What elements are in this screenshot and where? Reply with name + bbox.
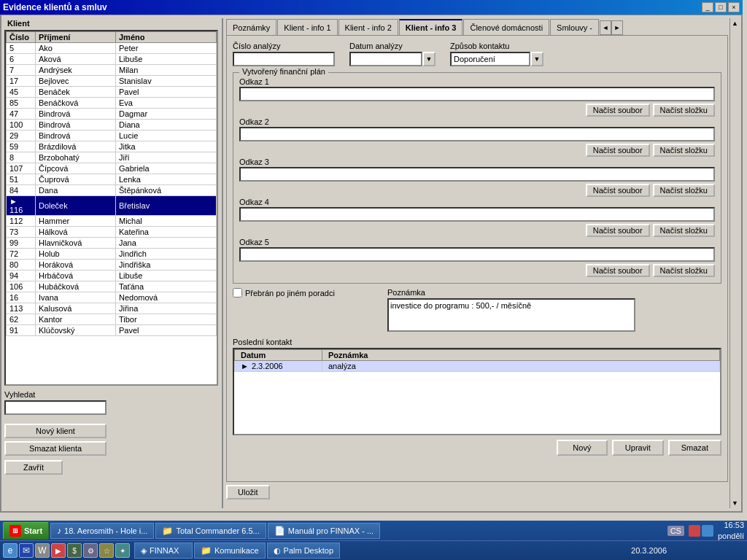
poznamka-textarea[interactable]: investice do programu : 500,- / měsíčně [387,298,635,332]
tab-scroll-right[interactable]: ► [611,20,623,35]
tab-scroll-left[interactable]: ◄ [600,20,611,35]
datum-analyzy-label: Datum analýzy [349,42,436,50]
odkaz-2-input[interactable] [239,127,715,141]
posledni-kontakt-label: Poslední kontakt [233,338,721,346]
ulozit-button[interactable]: Uložit [226,485,270,499]
taskbar-item-manual[interactable]: 📄 Manuál pro FINNAX - ... [268,523,380,539]
app-icon-5[interactable]: ✦ [115,543,130,558]
tab-klient-info3[interactable]: Klient - info 3 [399,19,463,35]
minimize-button[interactable]: _ [702,2,713,12]
contact-table-wrap[interactable]: Datum Poznámka ►2.3.2006 analýza [233,348,721,435]
palm-icon: ◐ [274,546,281,556]
table-row[interactable]: 85 Benáčková Eva [7,98,217,109]
right-scrollbar[interactable]: ▲ ▼ [729,18,740,508]
table-row[interactable]: 8 Brzobohatý Jiří [7,152,217,163]
odkaz-2-label: Odkaz 2 [239,117,715,126]
row-indicator: ► [241,362,249,370]
odkaz-1-label: Odkaz 1 [239,77,715,86]
start-label: Start [24,526,42,535]
maximize-button[interactable]: □ [715,2,727,12]
taskbar-bottom-palm[interactable]: ◐ Palm Desktop [267,542,340,559]
nacist-soubor-3-button[interactable]: Načíst soubor [586,144,650,157]
ie-icon[interactable]: e [3,543,18,558]
odkaz-5-input[interactable] [239,247,715,262]
start-button[interactable]: ⊞ Start [3,522,49,540]
app-icon-3[interactable]: ⚙ [83,543,98,558]
table-row[interactable]: 5 Ako Peter [7,43,217,54]
outlook-icon[interactable]: ✉ [19,543,34,558]
table-row[interactable]: 47 Bindrová Dagmar [7,109,217,120]
odkaz-3-section: Načíst soubor Načíst složku Odkaz 3 [239,144,715,182]
cislo-analyzy-input[interactable] [233,52,335,66]
datum-analyzy-dropdown[interactable]: ▼ [422,52,436,66]
table-row[interactable]: 16 Ivana Nedomová [7,292,217,303]
contact-row[interactable]: ►2.3.2006 analýza [235,361,720,372]
table-row[interactable]: 99 Hlavničková Jana [7,238,217,249]
tab-smlouvy[interactable]: Smlouvy - [550,19,599,35]
zpusob-kontaktu-dropdown[interactable]: ▼ [530,52,543,66]
novy-button[interactable]: Nový [557,440,608,456]
nacist-slozku-2-button[interactable]: Načíst složku [653,104,715,117]
odkaz-1-input[interactable] [239,87,715,101]
table-row[interactable]: 91 Klúčovský Pavel [7,325,217,336]
table-row[interactable]: 45 Benáček Pavel [7,87,217,98]
tab-clenove[interactable]: Členové domácnosti [463,19,549,35]
table-row[interactable]: 100 Bindrová Diana [7,120,217,131]
delete-client-button[interactable]: Smazat klienta [4,441,107,456]
nacist-slozku-4-button[interactable]: Načíst složku [653,184,715,197]
nacist-slozku-last-button[interactable]: Načíst složku [653,264,715,277]
table-row[interactable]: 73 Hálková Kateřina [7,227,217,238]
scroll-down-arrow[interactable]: ▼ [732,499,738,507]
table-row[interactable]: 29 Bindrová Lucie [7,131,217,141]
odkaz-3-input[interactable] [239,167,715,182]
table-row[interactable]: 59 Brázdilová Jitka [7,141,217,152]
table-row[interactable]: 7 Andrýsek Milan [7,65,217,76]
table-row[interactable]: 17 Bejlovec Stanislav [7,76,217,87]
app-icon-1[interactable]: ▶ [51,543,66,558]
table-row[interactable]: ► 116 Doleček Břetislav [7,196,217,216]
nacist-slozku-5-button[interactable]: Načíst složku [653,224,715,237]
new-client-button[interactable]: Nový klient [4,424,107,438]
table-row[interactable]: 112 Hammer Michal [7,216,217,227]
table-row[interactable]: 51 Čuprová Lenka [7,174,217,185]
table-row[interactable]: 107 Čípcová Gabriela [7,163,217,174]
close-button[interactable]: × [728,2,740,12]
taskbar-item-totalcmd[interactable]: 📁 Total Commander 6.5... [155,523,266,539]
nacist-slozku-3-button[interactable]: Načíst složku [653,144,715,157]
table-row[interactable]: 94 Hrbáčová Libuše [7,271,217,281]
table-row[interactable]: 62 Kantor Tibor [7,314,217,325]
nacist-soubor-2-button[interactable]: Načíst soubor [586,104,650,117]
datum-analyzy-input[interactable]: 2. 3. 2006 [349,52,422,66]
tab-poznamky[interactable]: Poznámky [226,19,276,35]
close-button-left[interactable]: Zavřít [4,460,63,475]
client-table-wrap[interactable]: Číslo Příjmení Jméno 5 Ako Peter 6 Aková… [4,30,218,386]
analysis-row: Číslo analýzy Datum analýzy 2. 3. 2006 ▼… [233,42,721,66]
client-section-header: Klient [4,18,223,28]
tab-klient-info1[interactable]: Klient - info 1 [277,19,337,35]
prebran-checkbox[interactable] [233,288,242,298]
odkaz-4-input[interactable] [239,207,715,222]
smazat-button[interactable]: Smazat [668,440,721,456]
scroll-up-arrow[interactable]: ▲ [732,20,738,27]
word-icon[interactable]: W [35,543,50,558]
search-input[interactable] [4,400,107,415]
taskbar-item-aerosmith[interactable]: ♪ 18. Aerosmith - Hole i... [50,523,154,539]
table-row[interactable]: 84 Dana Štěpánková [7,185,217,196]
table-row[interactable]: 113 Kalusová Jiřina [7,303,217,314]
table-row[interactable]: 80 Horáková Jindřiška [7,260,217,271]
upravit-button[interactable]: Upravit [612,440,664,456]
app-icon-4[interactable]: ☆ [99,543,114,558]
prebran-poznamka-row: Přebrán po jiném poradci Poznámka invest… [233,288,721,333]
taskbar-bottom-komunikace[interactable]: 📁 Komunikace [194,542,266,559]
table-row[interactable]: 106 Hubáčková Taťána [7,281,217,292]
nacist-soubor-4-button[interactable]: Načíst soubor [586,184,650,197]
nacist-soubor-last-button[interactable]: Načíst soubor [586,264,650,277]
table-row[interactable]: 72 Holub Jindřich [7,249,217,260]
nacist-soubor-5-button[interactable]: Načíst soubor [586,224,650,237]
taskbar-bottom-finnax[interactable]: ◈ FINNAX [134,542,193,559]
posledni-kontakt-section: Poslední kontakt Datum Poznámka [233,338,721,435]
tab-klient-info2[interactable]: Klient - info 2 [338,19,398,35]
odkaz-2-section: Načíst soubor Načíst složku Odkaz 2 [239,104,715,141]
app-icon-2[interactable]: $ [67,543,82,558]
table-row[interactable]: 6 Aková Libuše [7,54,217,65]
